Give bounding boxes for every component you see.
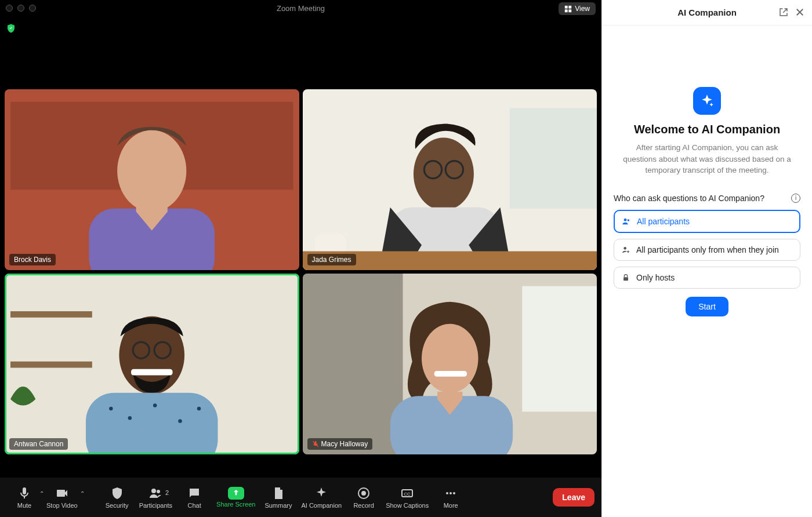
svg-point-10 bbox=[413, 137, 473, 210]
option-only-hosts[interactable]: Only hosts bbox=[614, 267, 800, 289]
meeting-toolbar: Mute ⌃ Stop Video ⌃ Security Participant… bbox=[0, 478, 601, 517]
video-tile[interactable]: Brock Davis bbox=[5, 89, 299, 270]
video-grid: Brock Davis Jada Grimes bbox=[0, 85, 601, 459]
ai-companion-button[interactable]: AI Companion bbox=[296, 486, 346, 509]
svg-point-36 bbox=[151, 489, 156, 493]
svg-point-32 bbox=[422, 324, 478, 393]
video-tile[interactable]: Antwan Cannon bbox=[5, 274, 299, 454]
start-button[interactable]: Start bbox=[686, 297, 728, 316]
svg-rect-20 bbox=[131, 369, 173, 376]
participants-button[interactable]: Participants 2 bbox=[135, 486, 177, 509]
svg-rect-23 bbox=[86, 393, 218, 454]
popout-icon[interactable] bbox=[778, 7, 789, 17]
svg-point-28 bbox=[197, 407, 201, 411]
titlebar: Zoom Meeting View bbox=[0, 0, 601, 16]
grid-icon bbox=[564, 5, 572, 13]
svg-rect-17 bbox=[10, 311, 92, 318]
mute-button[interactable]: Mute ⌃ bbox=[7, 486, 42, 509]
svg-point-47 bbox=[624, 247, 626, 250]
svg-point-27 bbox=[178, 419, 182, 423]
record-icon bbox=[357, 486, 371, 500]
welcome-text: After starting AI Companion, you can ask… bbox=[620, 142, 794, 176]
name-tag: Brock Davis bbox=[9, 254, 56, 265]
people-icon bbox=[622, 217, 631, 226]
cc-icon: CC bbox=[400, 486, 414, 500]
people-icon bbox=[148, 486, 162, 500]
lock-icon bbox=[621, 273, 630, 282]
muted-mic-icon bbox=[312, 440, 319, 447]
more-dots-icon bbox=[444, 486, 458, 500]
svg-point-26 bbox=[153, 403, 157, 407]
panel-body: Welcome to AI Companion After starting A… bbox=[602, 26, 812, 316]
participant-video bbox=[5, 89, 299, 270]
svg-point-37 bbox=[157, 490, 160, 493]
svg-rect-3 bbox=[569, 9, 572, 12]
chat-bubble-icon bbox=[187, 486, 201, 500]
svg-rect-30 bbox=[522, 286, 597, 412]
video-tile[interactable]: Macy Halloway bbox=[303, 274, 597, 454]
participant-video bbox=[303, 89, 597, 270]
svg-point-45 bbox=[624, 219, 627, 221]
name-tag: Antwan Cannon bbox=[9, 438, 68, 450]
maximize-window-dot[interactable] bbox=[29, 5, 36, 12]
svg-point-6 bbox=[117, 130, 186, 212]
ai-companion-logo bbox=[693, 87, 721, 115]
svg-text:CC: CC bbox=[404, 491, 411, 497]
svg-rect-33 bbox=[434, 371, 466, 377]
svg-point-44 bbox=[453, 492, 455, 494]
close-icon[interactable] bbox=[795, 7, 805, 17]
name-tag: Macy Halloway bbox=[307, 438, 373, 450]
stop-video-button[interactable]: Stop Video ⌃ bbox=[42, 486, 82, 509]
svg-rect-1 bbox=[569, 5, 572, 8]
svg-rect-48 bbox=[624, 277, 628, 281]
close-window-dot[interactable] bbox=[6, 5, 13, 12]
video-camera-icon bbox=[55, 486, 69, 500]
svg-point-25 bbox=[128, 416, 132, 420]
view-button-label: View bbox=[575, 5, 590, 13]
window-title: Zoom Meeting bbox=[277, 4, 325, 13]
participants-count: 2 bbox=[165, 489, 169, 496]
permission-question: Who can ask questions to AI Companion? i bbox=[614, 194, 800, 203]
option-from-when-join[interactable]: All participants only from when they joi… bbox=[614, 239, 800, 261]
security-button[interactable]: Security bbox=[100, 486, 135, 509]
svg-rect-9 bbox=[509, 108, 597, 209]
svg-rect-2 bbox=[565, 9, 568, 12]
record-button[interactable]: Record bbox=[346, 486, 381, 509]
svg-point-39 bbox=[361, 491, 366, 496]
show-captions-button[interactable]: CC Show Captions bbox=[381, 486, 433, 509]
encryption-shield-icon[interactable] bbox=[6, 23, 16, 34]
sparkle-icon bbox=[314, 486, 328, 500]
video-tile[interactable]: Jada Grimes bbox=[303, 89, 597, 270]
ai-companion-panel: AI Companion Welcome to AI Companion Aft… bbox=[601, 0, 812, 517]
sparkle-icon bbox=[699, 93, 715, 108]
view-button[interactable]: View bbox=[559, 2, 596, 15]
panel-title: AI Companion bbox=[677, 8, 737, 17]
window-traffic-lights bbox=[0, 5, 36, 12]
info-icon[interactable]: i bbox=[791, 194, 800, 203]
panel-header: AI Companion bbox=[602, 0, 812, 26]
minimize-window-dot[interactable] bbox=[17, 5, 24, 12]
svg-point-43 bbox=[449, 492, 452, 494]
svg-rect-31 bbox=[303, 274, 403, 454]
option-all-participants[interactable]: All participants bbox=[614, 210, 800, 233]
name-tag: Jada Grimes bbox=[307, 254, 356, 265]
welcome-heading: Welcome to AI Companion bbox=[634, 123, 780, 136]
person-plus-icon bbox=[621, 245, 630, 254]
svg-point-42 bbox=[446, 492, 448, 494]
more-button[interactable]: More bbox=[433, 486, 468, 509]
chevron-up-icon[interactable]: ⌃ bbox=[80, 490, 85, 497]
share-screen-button[interactable]: Share Screen bbox=[212, 487, 260, 508]
leave-button[interactable]: Leave bbox=[553, 488, 594, 507]
document-icon bbox=[271, 486, 285, 500]
microphone-icon bbox=[17, 486, 31, 500]
participant-video bbox=[303, 274, 597, 454]
svg-rect-18 bbox=[10, 362, 92, 368]
share-arrow-icon bbox=[231, 489, 241, 498]
chat-button[interactable]: Chat bbox=[177, 486, 212, 509]
summary-button[interactable]: Summary bbox=[260, 486, 296, 509]
svg-rect-0 bbox=[565, 5, 568, 8]
svg-point-46 bbox=[628, 219, 630, 221]
meeting-window: Zoom Meeting View Brock Davis bbox=[0, 0, 601, 517]
participant-video bbox=[5, 274, 299, 454]
shield-icon bbox=[110, 486, 124, 500]
